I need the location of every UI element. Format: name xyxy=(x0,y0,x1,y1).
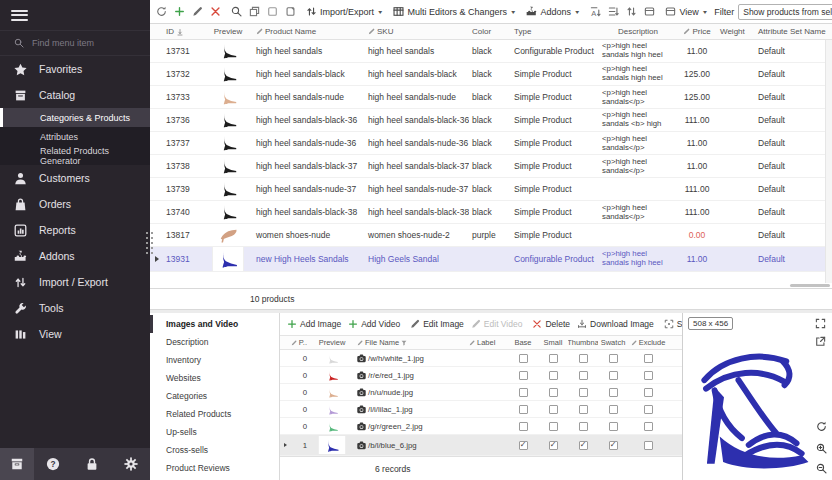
image-row-w-h-white-1-jpg[interactable]: 0/w/h/white_1.jpg xyxy=(280,350,682,367)
tab-up-sells[interactable]: Up-sells xyxy=(150,423,279,441)
image-column-header-exclude[interactable]: Exclude xyxy=(628,338,668,347)
column-header-price[interactable]: Price xyxy=(677,27,717,36)
add-image-button[interactable]: Add Image xyxy=(284,315,344,333)
category-filter-select[interactable]: Show products from selected categories▼ xyxy=(738,4,832,20)
addons-menu[interactable]: Addons▼ xyxy=(523,3,583,21)
checkbox-base[interactable] xyxy=(519,388,528,397)
checkbox-exclude[interactable] xyxy=(644,354,653,363)
image-row-b-l-blue-6-jpg[interactable]: 1/b/l/blue_6.jpg✓✓✓✓ xyxy=(280,435,682,456)
tab-product-reviews[interactable]: Product Reviews xyxy=(150,459,279,477)
checkbox-base[interactable] xyxy=(519,405,528,414)
rotate-icon[interactable] xyxy=(816,421,827,432)
sidebar-item-import-export[interactable]: Import / Export xyxy=(0,269,150,295)
settings-button[interactable] xyxy=(111,457,150,471)
fullscreen-icon[interactable] xyxy=(815,318,826,329)
edit-video-button[interactable]: Edit Video xyxy=(468,315,526,333)
download-image-button[interactable]: Download Image xyxy=(574,315,657,333)
product-row-13736[interactable]: 13736high heel sandals-black-36high heel… xyxy=(150,109,832,132)
tab-images-and-video[interactable]: Images and Video xyxy=(150,315,279,333)
sidebar-search-input[interactable]: Find menu item xyxy=(0,30,150,56)
sidebar-item-catalog[interactable]: Catalog xyxy=(0,82,150,108)
image-column-header-base[interactable]: Base xyxy=(508,338,538,347)
checkbox-swatch[interactable] xyxy=(609,422,618,431)
image-column-header-file-name[interactable]: File Name xyxy=(354,338,466,347)
sidebar-item-tools[interactable]: Tools xyxy=(0,295,150,321)
checkbox-thumbna[interactable] xyxy=(579,388,588,397)
sidebar-item-view[interactable]: View xyxy=(0,321,150,347)
image-row-g-r-green-2-jpg[interactable]: 0/g/r/green_2.jpg xyxy=(280,418,682,435)
checkbox-small[interactable] xyxy=(549,354,558,363)
checkbox-thumbna[interactable] xyxy=(579,371,588,380)
tab-cross-sells[interactable]: Cross-sells xyxy=(150,441,279,459)
sidebar-item-categories-products[interactable]: Categories & Products xyxy=(0,108,150,127)
tab-categories[interactable]: Categories xyxy=(150,387,279,405)
checkbox-base[interactable] xyxy=(519,371,528,380)
image-column-header-label[interactable]: Label xyxy=(466,338,508,347)
checkbox-exclude[interactable] xyxy=(644,371,653,380)
lock-button[interactable] xyxy=(73,457,112,471)
column-header-weight[interactable]: Weight xyxy=(717,27,755,36)
archive-button[interactable] xyxy=(0,448,34,480)
sort-button[interactable] xyxy=(623,3,640,21)
product-row-13739[interactable]: 13739high heel sandals-nude-37high heel … xyxy=(150,178,832,201)
checkbox-base[interactable]: ✓ xyxy=(519,441,528,450)
zoom-in-icon[interactable] xyxy=(816,443,827,454)
checkbox-small[interactable] xyxy=(549,388,558,397)
hamburger-menu-icon[interactable] xyxy=(11,10,28,21)
image-row-l-i-lilac-1-jpg[interactable]: 0/l/i/lilac_1.jpg xyxy=(280,401,682,418)
image-column-header-small[interactable]: Small xyxy=(538,338,568,347)
tab-inventory[interactable]: Inventory xyxy=(150,351,279,369)
checkbox-swatch[interactable] xyxy=(609,388,618,397)
column-header-color[interactable]: Color xyxy=(469,27,511,36)
import-export-menu[interactable]: Import/Export▼ xyxy=(303,3,386,21)
sidebar-item-favorites[interactable]: Favorites xyxy=(0,56,150,82)
sidebar-item-addons[interactable]: Addons xyxy=(0,243,150,269)
column-header-sku[interactable]: SKU xyxy=(365,27,469,36)
edit-image-button[interactable]: Edit Image xyxy=(407,315,467,333)
checkbox-thumbna[interactable] xyxy=(579,354,588,363)
checkbox-thumbna[interactable]: ✓ xyxy=(579,441,588,450)
image-row-r-e-red-1-jpg[interactable]: 0/r/e/red_1.jpg xyxy=(280,367,682,384)
checkbox-exclude[interactable] xyxy=(644,422,653,431)
product-row-13738[interactable]: 13738high heel sandals-black-37high heel… xyxy=(150,155,832,178)
zoom-out-icon[interactable] xyxy=(816,463,827,474)
edit-button[interactable] xyxy=(189,3,206,21)
column-header-product-name[interactable]: Product Name xyxy=(253,27,365,36)
checkbox-base[interactable] xyxy=(519,354,528,363)
image-column-header-swatch[interactable]: Swatch xyxy=(598,338,628,347)
view-menu[interactable]: View▼ xyxy=(662,3,711,21)
product-row-13731[interactable]: 13731high heel sandalshigh heel sandalsb… xyxy=(150,40,832,63)
image-row-n-u-nude-jpg[interactable]: 0/n/u/nude.jpg xyxy=(280,384,682,401)
checkbox-swatch[interactable]: ✓ xyxy=(609,441,618,450)
checkbox-swatch[interactable] xyxy=(609,371,618,380)
refresh-button[interactable] xyxy=(153,3,170,21)
product-row-13737[interactable]: 13737high heel sandals-nude-36high heel … xyxy=(150,132,832,155)
column-header-id[interactable]: ID xyxy=(163,27,203,36)
vertical-scrollbar[interactable] xyxy=(825,40,832,283)
select-button[interactable] xyxy=(264,3,281,21)
delete-button[interactable]: Delete xyxy=(529,315,573,333)
tab-websites[interactable]: Websites xyxy=(150,369,279,387)
font-size-button[interactable]: A xyxy=(587,3,604,21)
image-column-header-preview[interactable]: Preview xyxy=(310,338,354,347)
checkbox-swatch[interactable] xyxy=(609,354,618,363)
sidebar-item-reports[interactable]: Reports xyxy=(0,217,150,243)
checkbox-small[interactable] xyxy=(549,371,558,380)
checkbox-small[interactable]: ✓ xyxy=(549,441,558,450)
checkbox-base[interactable] xyxy=(519,422,528,431)
panel-splitter-handle[interactable] xyxy=(146,232,153,254)
delete-button[interactable] xyxy=(207,3,224,21)
horizontal-scrollbar[interactable] xyxy=(150,283,832,288)
search-button[interactable] xyxy=(228,3,245,21)
image-column-header-p[interactable]: P.. xyxy=(290,338,310,347)
product-row-13740[interactable]: 13740high heel sandals-black-38high heel… xyxy=(150,201,832,224)
checkbox-small[interactable] xyxy=(549,422,558,431)
add-video-button[interactable]: Add Video xyxy=(345,315,403,333)
row-height-button[interactable] xyxy=(605,3,622,21)
sidebar-item-related-products-generator[interactable]: Related Products Generator xyxy=(0,146,150,165)
checkbox-thumbna[interactable] xyxy=(579,422,588,431)
product-row-13931[interactable]: 13931new High Heels SandalsHigh Geels Sa… xyxy=(150,247,832,272)
paste-button[interactable] xyxy=(282,3,299,21)
sidebar-item-attributes[interactable]: Attributes xyxy=(0,127,150,146)
checkbox-exclude[interactable] xyxy=(644,405,653,414)
